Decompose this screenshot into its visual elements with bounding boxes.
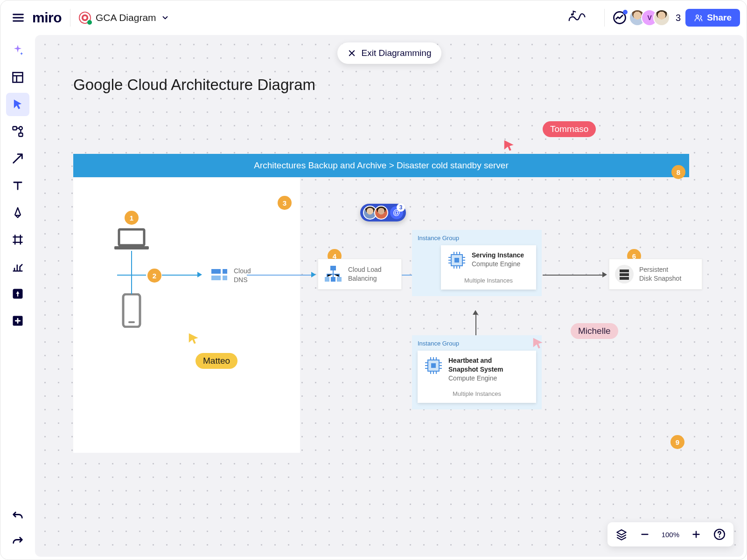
text-tool[interactable] [6,174,29,197]
arrowhead-icon [197,272,202,277]
heartbeat-title: Heartbeat and Snapshot System [448,356,503,374]
select-tool[interactable] [6,93,29,116]
plus-icon [691,529,701,539]
svg-rect-12 [128,321,135,323]
help-button[interactable] [710,525,729,544]
compute-engine-icon [447,251,466,270]
diagram-title: Google Cloud Architecture Diagram [73,76,315,94]
svg-rect-15 [223,269,227,274]
compute-engine-label: Compute Engine [448,374,497,382]
heartbeat-card[interactable]: Heartbeat and Snapshot SystemCompute Eng… [418,351,536,403]
multiple-instances: Multiple Instances [447,277,530,284]
cursor-pointer-icon [531,336,545,350]
frame-icon [11,233,24,246]
zoom-level[interactable]: 100% [659,531,682,539]
cloud-dns-node[interactable]: Cloud DNS [204,263,279,289]
share-label: Share [707,13,732,23]
music-button[interactable] [567,9,589,26]
chart-icon [11,260,24,273]
serving-instance-card[interactable]: Serving InstanceCompute Engine Multiple … [441,245,536,290]
svg-rect-20 [337,277,342,282]
svg-rect-4 [13,127,17,130]
redo-icon [11,535,24,548]
zoom-in-button[interactable] [687,525,705,544]
pen-tool[interactable] [6,201,29,224]
participant-count: 3 [676,13,681,23]
layout-icon [11,71,24,84]
avatar[interactable] [653,9,670,26]
cursor-label-matteo: Matteo [195,353,237,369]
mention-icon: @ 3 [390,206,403,219]
cloud-lb-node[interactable]: Cloud Load Balancing [318,259,402,290]
flowchart-icon [11,125,24,138]
canvas[interactable]: Exit Diagramming Google Cloud Architectu… [35,35,744,557]
instance-group-label: Instance Group [418,235,536,242]
svg-point-6 [19,127,22,130]
load-balancer-icon [324,265,342,283]
connector [162,275,198,276]
svg-rect-10 [114,246,149,249]
comment-thread[interactable]: @ 3 [360,204,406,221]
connector [475,315,476,338]
ai-tool[interactable] [6,39,29,62]
app-tool[interactable] [6,282,29,305]
diagram-tool[interactable] [6,120,29,143]
svg-rect-9 [119,229,144,245]
badge-1: 1 [125,211,139,225]
svg-rect-3 [13,73,23,83]
instance-group-serving[interactable]: Instance Group Serving InstanceCompute E… [412,230,542,296]
menu-button[interactable] [7,7,29,29]
svg-rect-13 [211,269,221,274]
svg-rect-27 [431,363,436,368]
participant-avatars[interactable]: V [634,9,670,26]
exit-label: Exit Diagramming [362,48,432,58]
cloud-lb-label: Cloud Load Balancing [348,265,388,283]
layers-icon [615,528,628,540]
exit-diagramming-button[interactable]: Exit Diagramming [337,42,442,64]
people-icon [694,13,703,22]
close-icon [348,49,356,57]
multiple-instances: Multiple Instances [424,390,530,397]
chevron-down-icon [161,14,169,22]
cursor-pointer-icon [187,332,201,346]
redo-button[interactable] [6,530,29,553]
diagram-breadcrumb-bar: Architectures Backup and Archive > Disas… [73,154,689,177]
top-bar: miro GCA Diagram V 3 Share [0,0,747,35]
serving-title: Serving Instance [472,251,524,260]
help-icon [713,528,726,540]
laptop-icon [113,228,150,251]
arrow-icon [11,152,24,165]
persistent-disk-node[interactable]: Persistent Disk Snapshot [609,259,702,290]
svg-rect-14 [211,276,221,280]
svg-rect-18 [325,277,329,282]
undo-button[interactable] [6,505,29,528]
miro-logo[interactable]: miro [32,10,62,26]
svg-rect-19 [331,277,335,282]
cursor-label-tommaso: Tommaso [543,121,596,137]
add-tool[interactable] [6,309,29,332]
zoom-out-button[interactable] [635,525,654,544]
badge-8: 8 [671,165,685,179]
board-switcher[interactable]: GCA Diagram [79,12,169,24]
instance-group-heartbeat[interactable]: Instance Group Heartbeat and Snapshot Sy… [412,335,542,409]
persistent-label: Persistent Disk Snapshot [639,265,688,283]
template-tool[interactable] [6,66,29,89]
cursor-label-michelle: Michelle [571,323,618,339]
svg-rect-22 [454,258,459,263]
board-name: GCA Diagram [96,12,156,23]
share-button[interactable]: Share [685,9,740,27]
arrow-tool[interactable] [6,147,29,170]
comment-count: 3 [397,203,405,212]
frame-tool[interactable] [6,228,29,251]
compute-engine-label: Compute Engine [472,260,520,268]
svg-point-2 [696,15,698,17]
svg-rect-5 [19,133,22,137]
reactions-button[interactable] [610,8,629,27]
layers-button[interactable] [612,525,631,544]
board-icon [79,12,91,24]
sparkle-icon [11,44,24,57]
pen-icon [11,206,24,219]
chart-tool[interactable] [6,255,29,278]
connector [543,275,603,276]
svg-rect-17 [330,266,336,270]
